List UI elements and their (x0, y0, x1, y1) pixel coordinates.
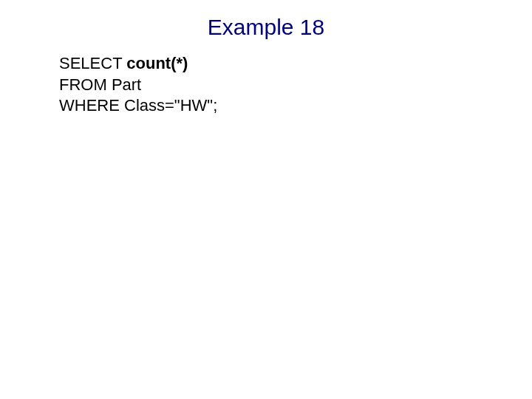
slide-container: Example 18 SELECT count(*) FROM Part WHE… (0, 0, 532, 399)
slide-title: Example 18 (0, 15, 532, 40)
sql-code-block: SELECT count(*) FROM Part WHERE Class="H… (59, 53, 532, 117)
select-keyword: SELECT (59, 54, 126, 72)
code-line-1: SELECT count(*) (59, 53, 532, 75)
count-function: count(*) (126, 54, 188, 72)
code-line-3: WHERE Class="HW"; (59, 95, 532, 117)
code-line-2: FROM Part (59, 75, 532, 96)
